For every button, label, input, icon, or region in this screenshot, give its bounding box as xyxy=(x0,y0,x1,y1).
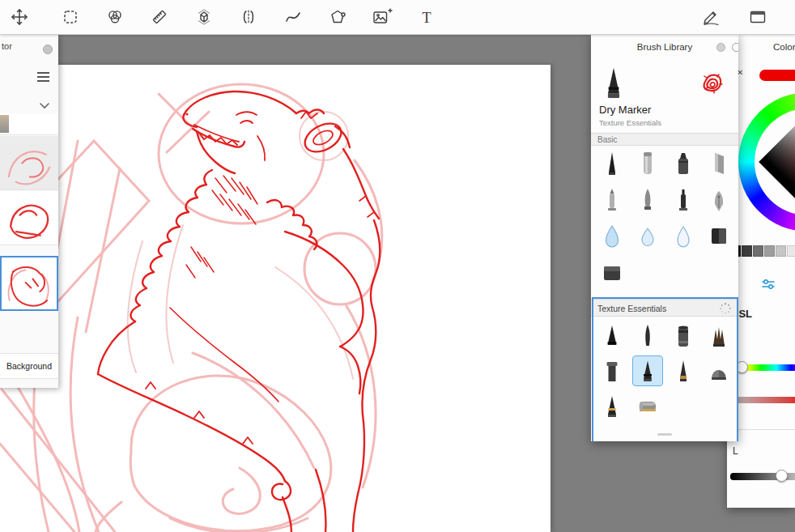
text-tool-icon[interactable]: T xyxy=(410,3,444,31)
swatch[interactable] xyxy=(742,245,752,257)
dry-marker-icon xyxy=(636,358,659,384)
layer-thumbnail xyxy=(3,139,55,186)
divider xyxy=(729,429,795,430)
brush-item-water-outline[interactable] xyxy=(669,222,698,251)
sketch-artwork xyxy=(0,65,551,532)
brush-item-airbrush[interactable] xyxy=(633,149,662,178)
brush-item-smudge[interactable] xyxy=(704,222,733,251)
fineliner-icon xyxy=(672,187,695,213)
panel-scroll-handle[interactable] xyxy=(657,433,672,436)
current-brush-set: Texture Essentials xyxy=(599,118,661,127)
swatch[interactable] xyxy=(776,245,786,257)
brush-item-paintbrush[interactable] xyxy=(633,185,662,215)
brush-item-taper-brush[interactable] xyxy=(633,321,662,351)
current-brush-block: Dry Marker Texture Essentials xyxy=(591,62,738,133)
text-tool-glyph: T xyxy=(423,10,432,26)
brush-item-marker[interactable] xyxy=(669,149,698,178)
polygon-fill-icon[interactable] xyxy=(321,3,355,31)
perspective-icon[interactable] xyxy=(187,3,221,31)
sliders-icon[interactable] xyxy=(761,277,776,292)
symmetry-icon[interactable] xyxy=(232,3,266,31)
airbrush-icon xyxy=(636,151,659,177)
brush-item-ink-tip[interactable] xyxy=(669,356,698,385)
pencil-stroke-icon[interactable] xyxy=(694,3,728,31)
brush-item-pencil[interactable] xyxy=(597,149,627,178)
stroke-preview xyxy=(698,68,727,97)
active-color-swatch[interactable] xyxy=(759,70,795,81)
layer-panel-title: tor xyxy=(2,41,12,51)
bristle-fan-icon xyxy=(708,323,730,349)
ink-nib-icon xyxy=(708,187,730,213)
fill-square-icon xyxy=(601,260,623,286)
brush-library-title: Brush Library xyxy=(637,42,692,52)
swatch[interactable] xyxy=(753,245,763,257)
brush-item-fill[interactable] xyxy=(597,258,627,287)
swatch[interactable] xyxy=(764,245,775,257)
stroke-tool-icon[interactable] xyxy=(276,3,310,31)
layer-collapse-chevron-icon[interactable] xyxy=(39,102,50,109)
window-layout-icon[interactable] xyxy=(741,3,775,31)
brush-item-dry-marker-selected[interactable] xyxy=(633,356,662,385)
brush-item-bristle-fan[interactable] xyxy=(704,321,733,351)
dome-stamp-icon xyxy=(708,358,730,384)
layer-thumbnail xyxy=(3,194,55,241)
top-toolbar: T xyxy=(0,0,795,35)
swatch[interactable] xyxy=(787,245,795,257)
color-wheel[interactable] xyxy=(738,92,795,232)
layer-editor-panel: tor xyxy=(0,34,58,388)
current-brush-icon[interactable] xyxy=(599,65,628,102)
brush-item-canister[interactable] xyxy=(669,321,698,351)
brush-item-roller[interactable] xyxy=(633,392,662,421)
recent-swatches xyxy=(730,245,795,257)
panel-handle-icon[interactable] xyxy=(716,43,725,52)
brush-item-stamp[interactable] xyxy=(597,356,627,385)
color-balance-icon[interactable] xyxy=(98,3,132,31)
pencil-brush-icon xyxy=(601,151,623,177)
roller-icon xyxy=(636,394,659,419)
taper-brush-icon xyxy=(636,323,659,349)
brush-item-ballpoint[interactable] xyxy=(597,185,627,215)
water-drop-icon xyxy=(636,223,659,249)
layer-row-selected[interactable] xyxy=(0,256,58,311)
brush-item-band-cone[interactable] xyxy=(597,392,627,421)
saturation-slider[interactable] xyxy=(732,397,795,403)
layer-panel-handle-icon[interactable] xyxy=(43,45,53,54)
section-basic-label: Basic xyxy=(597,135,617,144)
lightness-label: L xyxy=(733,445,738,457)
ballpoint-icon xyxy=(601,187,623,213)
spinner-icon xyxy=(719,302,732,315)
smudge-square-icon xyxy=(708,223,730,249)
layer-row-1[interactable] xyxy=(0,136,58,189)
drawing-canvas[interactable] xyxy=(0,65,551,532)
selection-tool-icon[interactable] xyxy=(53,3,87,31)
layer-row-2[interactable] xyxy=(0,191,58,245)
brush-item-ink-nib[interactable] xyxy=(704,185,733,215)
paintbrush-icon xyxy=(636,187,659,213)
brush-item-charcoal[interactable] xyxy=(597,321,627,351)
section-basic[interactable]: Basic xyxy=(591,133,738,146)
layer-thumbnail xyxy=(4,260,54,307)
ink-tip-icon xyxy=(672,358,695,384)
background-layer-label: Background xyxy=(6,361,52,371)
layer-row-reference[interactable] xyxy=(0,113,58,134)
layer-row-background[interactable]: Background xyxy=(0,354,58,378)
transform-tool-icon[interactable] xyxy=(2,3,36,31)
lightness-slider-knob[interactable] xyxy=(776,470,788,482)
brush-item-water-drop[interactable] xyxy=(633,222,662,251)
brush-item-fineliner[interactable] xyxy=(669,185,698,215)
brush-item-chisel[interactable] xyxy=(704,149,733,178)
brush-item-water-cone[interactable] xyxy=(597,222,627,251)
current-brush-name: Dry Marker xyxy=(599,104,651,116)
section-texture-essentials[interactable]: Texture Essentials xyxy=(591,299,738,317)
water-cone-icon xyxy=(601,223,623,249)
brush-library-panel: Brush Library Dry Marker Texture Essenti… xyxy=(591,34,738,441)
stamp-icon xyxy=(601,358,623,384)
panel-handle-icon[interactable] xyxy=(732,43,738,52)
section-texture-label: Texture Essentials xyxy=(597,304,666,313)
ruler-icon[interactable] xyxy=(142,3,176,31)
brush-item-dome[interactable] xyxy=(704,356,733,385)
layer-thumbnail xyxy=(0,115,9,133)
import-image-icon[interactable] xyxy=(365,3,399,31)
chisel-marker-icon xyxy=(708,151,730,177)
layer-menu-icon[interactable] xyxy=(37,72,49,82)
